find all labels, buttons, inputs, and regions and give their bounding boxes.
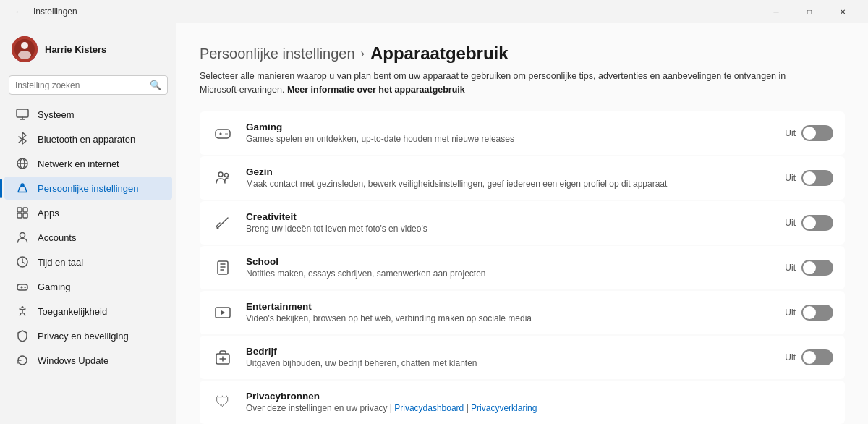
setting-card-entertainment: EntertainmentVideo's bekijken, browsen o…: [200, 291, 845, 334]
breadcrumb: Persoonlijke instellingen › Apparaatgebr…: [200, 43, 845, 64]
entertainment-setting-icon: [211, 301, 234, 324]
svg-rect-16: [216, 130, 230, 138]
minimize-button[interactable]: ─: [760, 0, 793, 23]
sidebar-item-netwerk[interactable]: Netwerk en internet: [4, 152, 172, 175]
sidebar-item-label: Systeem: [38, 109, 75, 120]
page-title: Apparaatgebruik: [370, 43, 509, 64]
nav-item-wrapper-accounts: Accounts: [0, 225, 176, 250]
sidebar-item-privacy[interactable]: Privacy en beveiliging: [4, 324, 172, 347]
avatar: [12, 36, 38, 62]
gezin-toggle[interactable]: [801, 170, 833, 186]
sidebar-item-label: Toegankelijkheid: [38, 306, 107, 317]
sidebar-item-gaming[interactable]: Gaming: [4, 275, 172, 298]
privacy-verklaring-link[interactable]: Privacyverklaring: [471, 403, 537, 413]
maximize-button[interactable]: □: [793, 0, 826, 23]
sidebar-item-label: Gaming: [38, 281, 71, 292]
svg-rect-4: [17, 109, 28, 117]
sidebar-item-bluetooth[interactable]: Bluetooth en apparaten: [4, 127, 172, 150]
nav-item-wrapper-persoonlijk: Persoonlijke instellingen: [0, 176, 176, 200]
creativiteit-setting-icon: [211, 211, 234, 234]
svg-point-15: [22, 306, 24, 308]
sidebar-item-label: Privacy en beveiliging: [38, 331, 129, 342]
settings-list: GamingGames spelen en ontdekken, up-to-d…: [200, 111, 845, 379]
setting-card-school: SchoolNotities maken, essays schrijven, …: [200, 246, 845, 289]
gaming-toggle[interactable]: [801, 125, 833, 141]
school-toggle[interactable]: [801, 260, 833, 276]
creativiteit-toggle[interactable]: [801, 215, 833, 231]
entertainment-toggle[interactable]: [801, 305, 833, 321]
app-body: Harrie Kisters 🔍 SysteemBluetooth en app…: [0, 23, 868, 424]
entertainment-title: Entertainment: [246, 301, 773, 312]
nav-item-wrapper-apps: Apps: [0, 200, 176, 225]
privacy-sources-card: 🛡 Privacybronnen Over deze instellingen …: [200, 381, 845, 424]
nav-item-wrapper-windows_update: Windows Update: [0, 348, 176, 373]
school-toggle-area: Uit: [785, 260, 833, 276]
privacy-title: Privacybronnen: [246, 391, 833, 402]
titlebar: ← Instellingen ─ □ ✕: [0, 0, 868, 23]
school-toggle-label: Uit: [785, 263, 796, 273]
gezin-description: Maak contact met gezinsleden, bewerk vei…: [246, 179, 773, 189]
entertainment-description: Video's bekijken, browsen op het web, ve…: [246, 313, 773, 323]
gaming-setting-icon: [211, 122, 234, 145]
search-icon[interactable]: 🔍: [150, 80, 161, 90]
sidebar-item-accounts[interactable]: Accounts: [4, 226, 172, 249]
creativiteit-toggle-area: Uit: [785, 215, 833, 231]
privacy-links: Over deze instellingen en uw privacy | P…: [246, 403, 833, 413]
windows_update-icon: [16, 354, 29, 367]
privacy-dashboard-link[interactable]: Privacydashboard: [394, 403, 464, 413]
gezin-title: Gezin: [246, 166, 773, 177]
svg-rect-9: [23, 208, 27, 212]
bedrijf-toggle[interactable]: [801, 349, 833, 365]
gezin-text: GezinMaak contact met gezinsleden, bewer…: [246, 166, 773, 189]
setting-card-gezin: GezinMaak contact met gezinsleden, bewer…: [200, 156, 845, 200]
sidebar-item-label: Tijd en taal: [38, 257, 83, 268]
user-section: Harrie Kisters: [0, 29, 176, 69]
svg-point-17: [218, 172, 223, 177]
sidebar-item-windows_update[interactable]: Windows Update: [4, 349, 172, 372]
gaming-icon: [16, 280, 29, 293]
search-input[interactable]: [15, 80, 150, 90]
toegankelijkheid-icon: [16, 305, 29, 318]
school-setting-icon: [211, 256, 234, 279]
creativiteit-text: CreativiteitBreng uw ideeën tot leven me…: [246, 211, 773, 234]
breadcrumb-chevron: ›: [361, 47, 365, 60]
svg-point-2: [21, 42, 28, 49]
privacy-text: Privacybronnen Over deze instellingen en…: [246, 391, 833, 413]
window-controls: ─ □ ✕: [760, 0, 859, 23]
accounts-icon: [16, 231, 29, 244]
svg-point-12: [20, 233, 25, 238]
tijd-icon: [16, 255, 29, 268]
sidebar-item-label: Accounts: [38, 232, 76, 243]
nav-item-wrapper-bluetooth: Bluetooth en apparaten: [0, 127, 176, 151]
sidebar-item-persoonlijk[interactable]: Persoonlijke instellingen: [4, 177, 172, 200]
sidebar-item-systeem[interactable]: Systeem: [4, 103, 172, 126]
gaming-toggle-area: Uit: [785, 125, 833, 141]
sidebar-item-label: Bluetooth en apparaten: [38, 134, 135, 145]
description-link[interactable]: Meer informatie over het apparaatgebruik: [287, 85, 465, 95]
close-button[interactable]: ✕: [826, 0, 859, 23]
search-box[interactable]: 🔍: [9, 75, 168, 95]
school-title: School: [246, 256, 773, 267]
setting-card-gaming: GamingGames spelen en ontdekken, up-to-d…: [200, 111, 845, 155]
systeem-icon: [16, 108, 29, 121]
svg-rect-8: [17, 208, 22, 212]
sidebar-item-label: Apps: [38, 208, 59, 219]
setting-card-bedrijf: BedrijfUitgaven bijhouden, uw bedrijf be…: [200, 336, 845, 379]
nav-item-wrapper-systeem: Systeem: [0, 102, 176, 127]
bluetooth-icon: [16, 132, 29, 145]
nav-item-wrapper-gaming: Gaming: [0, 274, 176, 299]
sidebar-item-label: Persoonlijke instellingen: [38, 183, 138, 194]
main-content: Persoonlijke instellingen › Apparaatgebr…: [176, 23, 868, 424]
user-name: Harrie Kisters: [45, 44, 106, 55]
sidebar-item-toegankelijkheid[interactable]: Toegankelijkheid: [4, 300, 172, 323]
gaming-text: GamingGames spelen en ontdekken, up-to-d…: [246, 122, 773, 144]
back-button[interactable]: ←: [9, 1, 29, 22]
sidebar-item-tijd[interactable]: Tijd en taal: [4, 250, 172, 274]
gezin-toggle-label: Uit: [785, 173, 796, 183]
apps-icon: [16, 206, 29, 219]
entertainment-toggle-label: Uit: [785, 308, 796, 318]
bedrijf-toggle-label: Uit: [785, 352, 796, 362]
sidebar: Harrie Kisters 🔍 SysteemBluetooth en app…: [0, 23, 176, 424]
creativiteit-toggle-label: Uit: [785, 218, 796, 228]
sidebar-item-apps[interactable]: Apps: [4, 201, 172, 224]
